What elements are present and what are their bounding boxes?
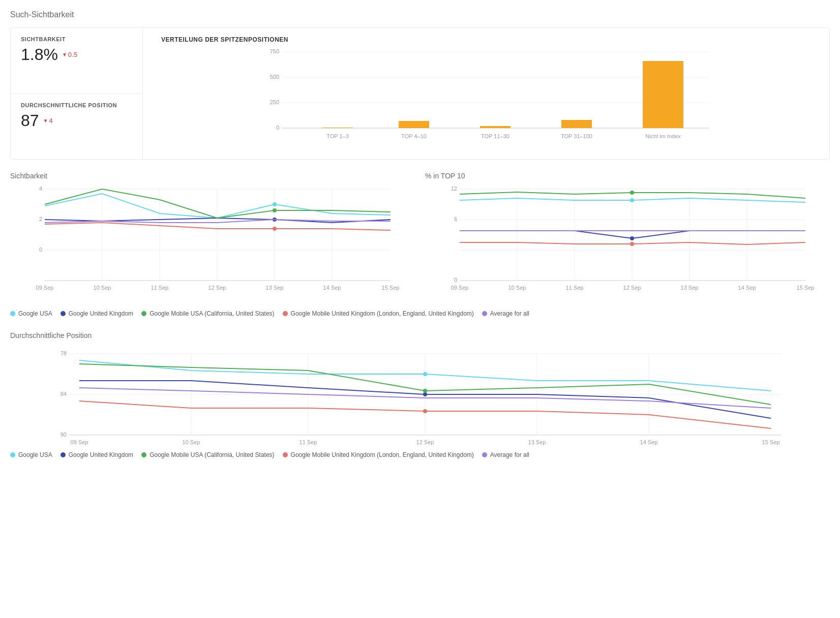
visibility-chart-container: 4 2 0 09 Sep 10 Sep 11 Sep 12 Sep 13 Sep… xyxy=(10,184,415,296)
svg-text:12 Sep: 12 Sep xyxy=(208,285,226,291)
svg-text:10 Sep: 10 Sep xyxy=(94,285,111,291)
svg-text:2: 2 xyxy=(39,216,42,222)
svg-text:15 Sep: 15 Sep xyxy=(762,439,780,445)
legend-bottom-label-average: Average for all xyxy=(490,451,529,458)
svg-text:0: 0 xyxy=(39,246,42,253)
legend-bottom-item-average: Average for all xyxy=(482,451,529,458)
svg-text:84: 84 xyxy=(61,391,67,397)
legend-bottom-dot-average xyxy=(482,452,487,457)
svg-text:11 Sep: 11 Sep xyxy=(151,285,169,291)
svg-text:0: 0 xyxy=(276,125,279,131)
position-chart-container: 78 84 90 09 Sep 10 Sep 11 Sep 12 Sep 13 … xyxy=(10,344,830,445)
svg-text:12 Sep: 12 Sep xyxy=(416,439,434,445)
visibility-chart-section: Sichtbarkeit 4 2 0 09 Sep 10 Sep 11 Sep … xyxy=(10,172,415,296)
legend-bottom-label-google-usa: Google USA xyxy=(18,451,52,458)
svg-point-38 xyxy=(273,202,277,206)
svg-text:250: 250 xyxy=(270,99,279,105)
bar-chart-container: 750 500 250 0 TOP 1–3 TOP 4–10 xyxy=(161,49,819,151)
svg-text:0: 0 xyxy=(454,277,457,283)
top10-chart-svg: 12 6 0 09 Sep 10 Sep 11 Sep 12 Sep 13 Se… xyxy=(425,184,830,296)
svg-text:13 Sep: 13 Sep xyxy=(266,285,284,291)
legend-dot-google-uk xyxy=(61,311,66,316)
svg-point-64 xyxy=(630,242,634,246)
legend-bottom-label-google-uk: Google United Kingdom xyxy=(69,451,133,458)
position-delta: 4 xyxy=(43,117,53,125)
charts-row: Sichtbarkeit 4 2 0 09 Sep 10 Sep 11 Sep … xyxy=(10,172,830,296)
legend-label-average: Average for all xyxy=(490,310,529,317)
svg-point-61 xyxy=(630,198,634,202)
legend: Google USA Google United Kingdom Google … xyxy=(10,304,830,323)
legend-bottom-item-google-mobile-usa: Google Mobile USA (California, United St… xyxy=(141,451,274,458)
svg-text:15 Sep: 15 Sep xyxy=(797,285,815,291)
svg-point-41 xyxy=(273,227,277,231)
svg-text:500: 500 xyxy=(270,74,279,80)
svg-text:4: 4 xyxy=(39,186,42,192)
visibility-kpi: SICHTBARKEIT 1.8% 0.5 xyxy=(11,28,142,94)
visibility-delta: 0.5 xyxy=(62,51,77,58)
visibility-value: 1.8% 0.5 xyxy=(21,45,132,64)
svg-text:14 Sep: 14 Sep xyxy=(323,285,341,291)
position-chart-title: Durchschnittliche Position xyxy=(10,331,830,339)
legend-bottom-dot-google-mobile-uk xyxy=(283,452,288,457)
position-chart-svg: 78 84 90 09 Sep 10 Sep 11 Sep 12 Sep 13 … xyxy=(10,344,830,445)
legend-bottom-item-google-mobile-uk: Google Mobile United Kingdom (London, En… xyxy=(283,451,474,458)
svg-point-40 xyxy=(273,208,277,212)
legend-label-google-mobile-usa: Google Mobile USA (California, United St… xyxy=(149,310,274,317)
visibility-chart-svg: 4 2 0 09 Sep 10 Sep 11 Sep 12 Sep 13 Sep… xyxy=(10,184,415,296)
legend-label-google-mobile-uk: Google Mobile United Kingdom (London, En… xyxy=(291,310,474,317)
svg-text:14 Sep: 14 Sep xyxy=(738,285,756,291)
svg-text:TOP 1–3: TOP 1–3 xyxy=(326,133,349,139)
svg-text:10 Sep: 10 Sep xyxy=(183,439,200,445)
bar-chart-svg: 750 500 250 0 TOP 1–3 TOP 4–10 xyxy=(161,49,819,151)
svg-rect-13 xyxy=(643,61,683,128)
legend-bottom-item-google-uk: Google United Kingdom xyxy=(61,451,133,458)
legend-bottom-dot-google-mobile-usa xyxy=(141,452,146,457)
legend-label-google-uk: Google United Kingdom xyxy=(69,310,133,317)
legend-dot-average xyxy=(482,311,487,316)
svg-text:09 Sep: 09 Sep xyxy=(71,439,88,445)
svg-point-83 xyxy=(423,372,427,376)
svg-text:78: 78 xyxy=(61,350,67,356)
top10-chart-title: % in TOP 10 xyxy=(425,172,830,180)
svg-text:12: 12 xyxy=(451,186,457,192)
visibility-chart-title: Sichtbarkeit xyxy=(10,172,415,180)
svg-text:13 Sep: 13 Sep xyxy=(528,439,546,445)
svg-point-86 xyxy=(423,409,427,413)
position-chart-section: Durchschnittliche Position 78 84 90 09 S… xyxy=(10,331,830,445)
legend-bottom-item-google-usa: Google USA xyxy=(10,451,52,458)
legend-dot-google-usa xyxy=(10,311,15,316)
svg-text:09 Sep: 09 Sep xyxy=(451,285,469,291)
svg-text:14 Sep: 14 Sep xyxy=(640,439,658,445)
bar-chart-panel: VERTEILUNG DER SPITZENPOSITIONEN 750 500… xyxy=(151,28,829,159)
bar-chart-title: VERTEILUNG DER SPITZENPOSITIONEN xyxy=(161,36,819,43)
svg-text:750: 750 xyxy=(270,49,279,54)
position-kpi: DURCHSCHNITTLICHE POSITION 87 4 xyxy=(11,94,142,160)
svg-rect-10 xyxy=(399,121,429,128)
svg-text:13 Sep: 13 Sep xyxy=(681,285,699,291)
legend-item-google-mobile-usa: Google Mobile USA (California, United St… xyxy=(141,310,274,317)
svg-point-85 xyxy=(423,389,427,393)
legend-dot-google-mobile-uk xyxy=(283,311,288,316)
top10-chart-container: 12 6 0 09 Sep 10 Sep 11 Sep 12 Sep 13 Se… xyxy=(425,184,830,296)
legend-item-google-usa: Google USA xyxy=(10,310,52,317)
svg-text:11 Sep: 11 Sep xyxy=(299,439,317,445)
legend-bottom-dot-google-uk xyxy=(61,452,66,457)
page-title: Such-Sichtbarkeit xyxy=(10,10,830,19)
svg-text:6: 6 xyxy=(454,216,457,222)
legend-item-google-uk: Google United Kingdom xyxy=(61,310,133,317)
top10-chart-section: % in TOP 10 12 6 0 09 Sep 10 Sep 11 Sep … xyxy=(425,172,830,296)
svg-text:09 Sep: 09 Sep xyxy=(36,285,54,291)
legend-dot-google-mobile-usa xyxy=(141,311,146,316)
svg-rect-12 xyxy=(561,120,592,128)
position-label: DURCHSCHNITTLICHE POSITION xyxy=(21,102,132,108)
svg-text:Nicht im Index: Nicht im Index xyxy=(645,133,681,139)
legend-item-google-mobile-uk: Google Mobile United Kingdom (London, En… xyxy=(283,310,474,317)
visibility-label: SICHTBARKEIT xyxy=(21,36,132,42)
svg-text:TOP 31–100: TOP 31–100 xyxy=(561,133,592,139)
svg-rect-9 xyxy=(322,128,353,128)
svg-text:10 Sep: 10 Sep xyxy=(508,285,526,291)
legend-bottom-dot-google-usa xyxy=(10,452,15,457)
kpi-panel: SICHTBARKEIT 1.8% 0.5 DURCHSCHNITTLICHE … xyxy=(11,28,143,159)
svg-point-84 xyxy=(423,392,427,396)
legend-bottom-label-google-mobile-uk: Google Mobile United Kingdom (London, En… xyxy=(291,451,474,458)
